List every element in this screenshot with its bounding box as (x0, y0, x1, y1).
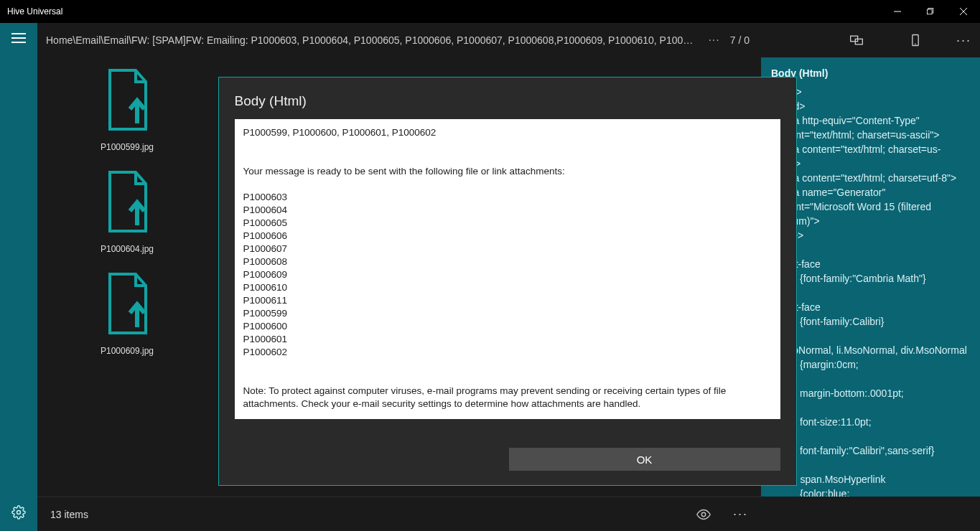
thumbnail-item[interactable]: P1000609.jpg (62, 271, 192, 356)
svg-point-10 (701, 512, 706, 517)
minimize-button[interactable] (881, 0, 914, 23)
panel-content: <html> <head> <meta http-equiv="Content-… (771, 85, 970, 497)
dialog-file-line: P1000611 (243, 294, 772, 307)
dialog-file-line: P1000600 (243, 320, 772, 333)
main-area: Home\Email\Email\FW: [SPAM]FW: Emailing:… (37, 23, 980, 531)
visibility-icon[interactable] (696, 507, 711, 522)
thumbnail-grid: P1000599.jpgP1000604.jpgP1000609.jpg (37, 57, 217, 497)
dialog-note: Note: To protect against computer viruse… (243, 385, 772, 410)
dialog-file-line: P1000601 (243, 333, 772, 346)
maximize-button[interactable] (914, 0, 947, 23)
panel-title: Body (Html) (771, 66, 970, 80)
title-bar: Hive Universal (0, 0, 980, 23)
dialog-file-line: P1000610 (243, 281, 772, 294)
status-bar: 13 items ··· (37, 497, 761, 531)
file-upload-icon (101, 169, 153, 234)
dialog-body[interactable]: P1000599, P1000600, P1000601, P1000602Yo… (235, 119, 780, 419)
svg-rect-2 (927, 9, 932, 14)
thumbnail-label: P1000609.jpg (62, 346, 192, 356)
settings-icon[interactable] (11, 505, 26, 520)
thumbnail-item[interactable]: P1000604.jpg (62, 169, 192, 254)
breadcrumb[interactable]: Home\Email\Email\FW: [SPAM]FW: Emailing:… (46, 34, 698, 46)
ok-button[interactable]: OK (509, 448, 780, 471)
dialog-file-line: P1000603 (243, 191, 772, 204)
breadcrumb-bar: Home\Email\Email\FW: [SPAM]FW: Emailing:… (37, 23, 980, 57)
left-rail (0, 23, 37, 531)
dialog-file-line: P1000605 (243, 217, 772, 230)
status-more-icon[interactable]: ··· (733, 507, 748, 522)
dialog-file-line: P1000604 (243, 204, 772, 217)
device-icon[interactable] (907, 32, 923, 48)
dialog-file-line: P1000607 (243, 243, 772, 255)
item-count: 13 items (50, 509, 88, 520)
thumbnail-label: P1000604.jpg (62, 244, 192, 254)
dialog-file-line: P1000602 (243, 346, 772, 359)
dialog-file-line: P1000606 (243, 230, 772, 243)
thumbnail-label: P1000599.jpg (62, 142, 192, 152)
breadcrumb-more-icon[interactable]: ··· (708, 34, 719, 47)
close-button[interactable] (947, 0, 980, 23)
dialog-file-line: P1000609 (243, 268, 772, 281)
file-upload-icon (101, 67, 153, 132)
window-title: Hive Universal (7, 6, 62, 17)
dialog-file-line: P1000599 (243, 307, 772, 320)
file-upload-icon (101, 271, 153, 336)
dialog-header-line: P1000599, P1000600, P1000601, P1000602 (243, 126, 772, 139)
dialog-title: Body (Html) (235, 93, 780, 109)
window-controls (881, 0, 980, 23)
svg-point-5 (17, 511, 21, 514)
menu-icon[interactable] (11, 33, 26, 43)
page-count: 7 / 0 (730, 34, 750, 46)
compare-icon[interactable] (849, 32, 864, 48)
more-options-icon[interactable]: ··· (956, 33, 971, 48)
dialog-file-line: P1000608 (243, 255, 772, 268)
thumbnail-item[interactable]: P1000599.jpg (62, 67, 192, 152)
dialog-intro: Your message is ready to be sent with th… (243, 165, 772, 178)
body-html-dialog: Body (Html) P1000599, P1000600, P1000601… (218, 77, 797, 486)
